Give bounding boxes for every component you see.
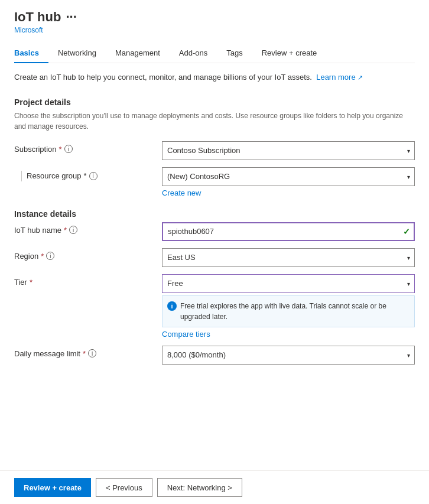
next-button[interactable]: Next: Networking > <box>157 478 242 497</box>
resource-group-select[interactable]: (New) ContosoRG <box>162 167 415 186</box>
tab-networking[interactable]: Networking <box>48 44 106 63</box>
region-row: Region * i East US ▾ <box>14 248 415 267</box>
tier-info-icon: i <box>167 301 177 311</box>
ellipsis-menu[interactable]: ··· <box>66 9 76 25</box>
hub-name-required: * <box>64 226 67 235</box>
tab-management[interactable]: Management <box>106 44 170 63</box>
page-title: IoT hub <box>14 9 61 25</box>
hub-name-info-icon[interactable]: i <box>69 226 77 234</box>
resource-group-required: * <box>84 171 87 180</box>
hub-name-row: IoT hub name * i ✓ <box>14 222 415 241</box>
subscription-row: Subscription * i Contoso Subscription ▾ <box>14 141 415 160</box>
tier-required: * <box>30 278 32 287</box>
daily-message-label: Daily message limit * i <box>14 346 162 358</box>
subscription-info-icon[interactable]: i <box>64 145 73 153</box>
resource-group-info-icon[interactable]: i <box>89 172 98 180</box>
tier-row: Tier * Free ▾ i Free trial explores the … <box>14 274 415 339</box>
daily-message-info-icon[interactable]: i <box>88 349 96 357</box>
project-details-desc: Choose the subscription you'll use to ma… <box>14 110 415 132</box>
tier-label: Tier * <box>14 274 162 287</box>
footer: Review + create < Previous Next: Network… <box>0 470 429 504</box>
learn-more-link[interactable]: Learn more <box>316 73 363 82</box>
subscription-required: * <box>59 145 62 154</box>
subscription-control: Contoso Subscription ▾ <box>162 141 415 160</box>
create-new-link[interactable]: Create new <box>162 188 415 197</box>
tier-info-box: i Free trial explores the app with live … <box>162 295 415 327</box>
project-details-title: Project details <box>14 97 415 107</box>
region-label: Region * i <box>14 248 162 261</box>
compare-tiers-link[interactable]: Compare tiers <box>162 330 415 339</box>
daily-message-row: Daily message limit * i 8,000 ($0/month)… <box>14 346 415 365</box>
subscription-select[interactable]: Contoso Subscription <box>162 141 415 160</box>
tab-addons[interactable]: Add-ons <box>170 44 217 63</box>
region-select[interactable]: East US <box>162 248 415 267</box>
resource-group-control: (New) ContosoRG ▾ Create new <box>162 167 415 197</box>
daily-message-required: * <box>83 349 86 358</box>
resource-group-label: Resource group <box>27 171 82 180</box>
hub-name-input[interactable] <box>162 222 415 241</box>
daily-message-select[interactable]: 8,000 ($0/month) <box>162 346 415 365</box>
tier-info-text: Free trial explores the app with live da… <box>180 301 410 322</box>
tier-control: Free ▾ i Free trial explores the app wit… <box>162 274 415 339</box>
region-info-icon[interactable]: i <box>46 252 54 260</box>
region-control: East US ▾ <box>162 248 415 267</box>
resource-group-row: Resource group * i (New) ContosoRG ▾ Cre… <box>14 167 415 197</box>
subscription-label: Subscription * i <box>14 141 162 154</box>
hub-name-label: IoT hub name * i <box>14 222 162 235</box>
app-subtitle: Microsoft <box>14 26 415 34</box>
hub-name-valid-icon: ✓ <box>403 227 410 236</box>
tab-review[interactable]: Review + create <box>252 44 327 63</box>
resource-group-label-area: Resource group * i <box>14 167 162 181</box>
tabs-container: Basics Networking Management Add-ons Tag… <box>14 44 415 63</box>
daily-message-control: 8,000 ($0/month) ▾ <box>162 346 415 365</box>
region-required: * <box>41 252 44 261</box>
tab-tags[interactable]: Tags <box>217 44 252 63</box>
tier-select[interactable]: Free <box>162 274 415 293</box>
previous-button[interactable]: < Previous <box>96 478 152 497</box>
hub-name-control: ✓ <box>162 222 415 241</box>
review-create-button[interactable]: Review + create <box>14 478 91 497</box>
tab-basics[interactable]: Basics <box>14 44 48 63</box>
description-text: Create an IoT hub to help you connect, m… <box>14 71 415 83</box>
instance-details-title: Instance details <box>14 209 415 219</box>
